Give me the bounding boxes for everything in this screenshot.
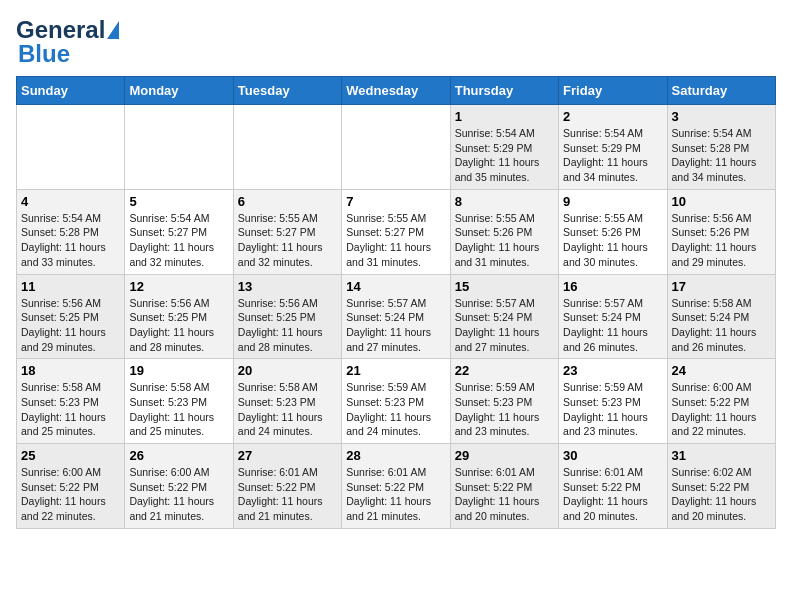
calendar-cell: 23Sunrise: 5:59 AM Sunset: 5:23 PM Dayli… bbox=[559, 359, 667, 444]
day-number: 31 bbox=[672, 448, 771, 463]
day-info: Sunrise: 5:59 AM Sunset: 5:23 PM Dayligh… bbox=[455, 380, 554, 439]
day-header-tuesday: Tuesday bbox=[233, 77, 341, 105]
day-info: Sunrise: 5:55 AM Sunset: 5:26 PM Dayligh… bbox=[563, 211, 662, 270]
day-info: Sunrise: 6:01 AM Sunset: 5:22 PM Dayligh… bbox=[563, 465, 662, 524]
logo: General Blue bbox=[16, 16, 119, 68]
calendar-cell: 31Sunrise: 6:02 AM Sunset: 5:22 PM Dayli… bbox=[667, 444, 775, 529]
calendar-cell: 26Sunrise: 6:00 AM Sunset: 5:22 PM Dayli… bbox=[125, 444, 233, 529]
logo-blue: Blue bbox=[18, 40, 70, 68]
day-info: Sunrise: 5:54 AM Sunset: 5:29 PM Dayligh… bbox=[455, 126, 554, 185]
day-info: Sunrise: 5:58 AM Sunset: 5:24 PM Dayligh… bbox=[672, 296, 771, 355]
day-header-saturday: Saturday bbox=[667, 77, 775, 105]
day-info: Sunrise: 6:01 AM Sunset: 5:22 PM Dayligh… bbox=[346, 465, 445, 524]
day-number: 20 bbox=[238, 363, 337, 378]
day-number: 26 bbox=[129, 448, 228, 463]
day-number: 27 bbox=[238, 448, 337, 463]
day-info: Sunrise: 6:01 AM Sunset: 5:22 PM Dayligh… bbox=[455, 465, 554, 524]
calendar-cell: 5Sunrise: 5:54 AM Sunset: 5:27 PM Daylig… bbox=[125, 189, 233, 274]
day-info: Sunrise: 5:56 AM Sunset: 5:25 PM Dayligh… bbox=[21, 296, 120, 355]
day-info: Sunrise: 5:54 AM Sunset: 5:29 PM Dayligh… bbox=[563, 126, 662, 185]
day-header-monday: Monday bbox=[125, 77, 233, 105]
day-info: Sunrise: 5:55 AM Sunset: 5:27 PM Dayligh… bbox=[346, 211, 445, 270]
day-number: 3 bbox=[672, 109, 771, 124]
day-number: 14 bbox=[346, 279, 445, 294]
day-info: Sunrise: 5:58 AM Sunset: 5:23 PM Dayligh… bbox=[238, 380, 337, 439]
day-header-sunday: Sunday bbox=[17, 77, 125, 105]
day-info: Sunrise: 5:58 AM Sunset: 5:23 PM Dayligh… bbox=[21, 380, 120, 439]
day-header-friday: Friday bbox=[559, 77, 667, 105]
day-info: Sunrise: 6:00 AM Sunset: 5:22 PM Dayligh… bbox=[129, 465, 228, 524]
calendar-cell: 29Sunrise: 6:01 AM Sunset: 5:22 PM Dayli… bbox=[450, 444, 558, 529]
day-info: Sunrise: 5:54 AM Sunset: 5:27 PM Dayligh… bbox=[129, 211, 228, 270]
day-number: 17 bbox=[672, 279, 771, 294]
day-number: 29 bbox=[455, 448, 554, 463]
day-info: Sunrise: 6:01 AM Sunset: 5:22 PM Dayligh… bbox=[238, 465, 337, 524]
calendar-cell: 13Sunrise: 5:56 AM Sunset: 5:25 PM Dayli… bbox=[233, 274, 341, 359]
calendar-cell: 14Sunrise: 5:57 AM Sunset: 5:24 PM Dayli… bbox=[342, 274, 450, 359]
calendar-table: SundayMondayTuesdayWednesdayThursdayFrid… bbox=[16, 76, 776, 529]
calendar-cell: 2Sunrise: 5:54 AM Sunset: 5:29 PM Daylig… bbox=[559, 105, 667, 190]
calendar-cell: 20Sunrise: 5:58 AM Sunset: 5:23 PM Dayli… bbox=[233, 359, 341, 444]
calendar-week-1: 1Sunrise: 5:54 AM Sunset: 5:29 PM Daylig… bbox=[17, 105, 776, 190]
day-number: 5 bbox=[129, 194, 228, 209]
calendar-week-4: 18Sunrise: 5:58 AM Sunset: 5:23 PM Dayli… bbox=[17, 359, 776, 444]
calendar-cell: 21Sunrise: 5:59 AM Sunset: 5:23 PM Dayli… bbox=[342, 359, 450, 444]
calendar-cell: 17Sunrise: 5:58 AM Sunset: 5:24 PM Dayli… bbox=[667, 274, 775, 359]
day-info: Sunrise: 6:00 AM Sunset: 5:22 PM Dayligh… bbox=[21, 465, 120, 524]
calendar-cell: 28Sunrise: 6:01 AM Sunset: 5:22 PM Dayli… bbox=[342, 444, 450, 529]
day-number: 12 bbox=[129, 279, 228, 294]
day-number: 2 bbox=[563, 109, 662, 124]
page-header: General Blue bbox=[16, 16, 776, 68]
calendar-week-2: 4Sunrise: 5:54 AM Sunset: 5:28 PM Daylig… bbox=[17, 189, 776, 274]
day-info: Sunrise: 5:58 AM Sunset: 5:23 PM Dayligh… bbox=[129, 380, 228, 439]
day-number: 4 bbox=[21, 194, 120, 209]
day-info: Sunrise: 5:59 AM Sunset: 5:23 PM Dayligh… bbox=[563, 380, 662, 439]
day-info: Sunrise: 5:57 AM Sunset: 5:24 PM Dayligh… bbox=[455, 296, 554, 355]
day-number: 19 bbox=[129, 363, 228, 378]
day-number: 30 bbox=[563, 448, 662, 463]
calendar-week-5: 25Sunrise: 6:00 AM Sunset: 5:22 PM Dayli… bbox=[17, 444, 776, 529]
day-info: Sunrise: 5:57 AM Sunset: 5:24 PM Dayligh… bbox=[563, 296, 662, 355]
calendar-cell: 8Sunrise: 5:55 AM Sunset: 5:26 PM Daylig… bbox=[450, 189, 558, 274]
calendar-cell: 24Sunrise: 6:00 AM Sunset: 5:22 PM Dayli… bbox=[667, 359, 775, 444]
calendar-cell: 1Sunrise: 5:54 AM Sunset: 5:29 PM Daylig… bbox=[450, 105, 558, 190]
calendar-cell: 25Sunrise: 6:00 AM Sunset: 5:22 PM Dayli… bbox=[17, 444, 125, 529]
day-info: Sunrise: 5:55 AM Sunset: 5:26 PM Dayligh… bbox=[455, 211, 554, 270]
day-info: Sunrise: 5:56 AM Sunset: 5:25 PM Dayligh… bbox=[238, 296, 337, 355]
day-info: Sunrise: 5:56 AM Sunset: 5:25 PM Dayligh… bbox=[129, 296, 228, 355]
day-number: 16 bbox=[563, 279, 662, 294]
calendar-cell bbox=[125, 105, 233, 190]
day-number: 6 bbox=[238, 194, 337, 209]
calendar-cell: 27Sunrise: 6:01 AM Sunset: 5:22 PM Dayli… bbox=[233, 444, 341, 529]
day-number: 10 bbox=[672, 194, 771, 209]
calendar-cell: 3Sunrise: 5:54 AM Sunset: 5:28 PM Daylig… bbox=[667, 105, 775, 190]
calendar-cell bbox=[17, 105, 125, 190]
day-number: 21 bbox=[346, 363, 445, 378]
calendar-cell: 10Sunrise: 5:56 AM Sunset: 5:26 PM Dayli… bbox=[667, 189, 775, 274]
logo-arrow-icon bbox=[107, 21, 119, 39]
day-info: Sunrise: 6:00 AM Sunset: 5:22 PM Dayligh… bbox=[672, 380, 771, 439]
calendar-cell bbox=[342, 105, 450, 190]
calendar-cell: 16Sunrise: 5:57 AM Sunset: 5:24 PM Dayli… bbox=[559, 274, 667, 359]
day-info: Sunrise: 6:02 AM Sunset: 5:22 PM Dayligh… bbox=[672, 465, 771, 524]
day-number: 24 bbox=[672, 363, 771, 378]
calendar-cell: 22Sunrise: 5:59 AM Sunset: 5:23 PM Dayli… bbox=[450, 359, 558, 444]
calendar-cell: 7Sunrise: 5:55 AM Sunset: 5:27 PM Daylig… bbox=[342, 189, 450, 274]
day-info: Sunrise: 5:55 AM Sunset: 5:27 PM Dayligh… bbox=[238, 211, 337, 270]
calendar-cell bbox=[233, 105, 341, 190]
day-number: 22 bbox=[455, 363, 554, 378]
calendar-cell: 30Sunrise: 6:01 AM Sunset: 5:22 PM Dayli… bbox=[559, 444, 667, 529]
calendar-cell: 9Sunrise: 5:55 AM Sunset: 5:26 PM Daylig… bbox=[559, 189, 667, 274]
calendar-cell: 6Sunrise: 5:55 AM Sunset: 5:27 PM Daylig… bbox=[233, 189, 341, 274]
day-number: 18 bbox=[21, 363, 120, 378]
day-info: Sunrise: 5:54 AM Sunset: 5:28 PM Dayligh… bbox=[672, 126, 771, 185]
day-number: 11 bbox=[21, 279, 120, 294]
calendar-header-row: SundayMondayTuesdayWednesdayThursdayFrid… bbox=[17, 77, 776, 105]
day-number: 1 bbox=[455, 109, 554, 124]
calendar-week-3: 11Sunrise: 5:56 AM Sunset: 5:25 PM Dayli… bbox=[17, 274, 776, 359]
day-number: 9 bbox=[563, 194, 662, 209]
day-info: Sunrise: 5:56 AM Sunset: 5:26 PM Dayligh… bbox=[672, 211, 771, 270]
day-info: Sunrise: 5:57 AM Sunset: 5:24 PM Dayligh… bbox=[346, 296, 445, 355]
day-info: Sunrise: 5:54 AM Sunset: 5:28 PM Dayligh… bbox=[21, 211, 120, 270]
calendar-cell: 19Sunrise: 5:58 AM Sunset: 5:23 PM Dayli… bbox=[125, 359, 233, 444]
